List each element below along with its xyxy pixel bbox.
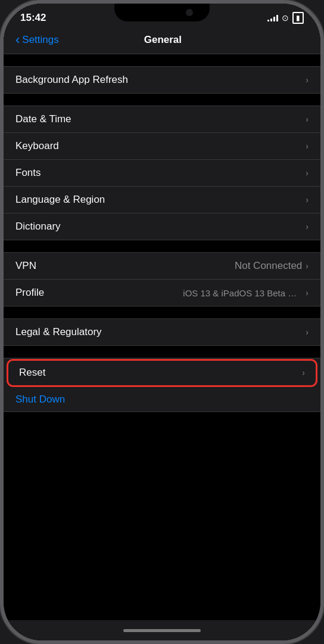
chevron-icon: › [306,261,309,271]
language-region-label: Language & Region [15,194,306,206]
keyboard-label: Keyboard [15,140,306,152]
phone-frame: 15:42 ⊙ ▮ ‹ Settings General [0,0,324,644]
date-time-label: Date & Time [15,113,306,125]
chevron-icon: › [306,288,309,298]
reset-label: Reset [19,367,302,379]
row-profile[interactable]: Profile iOS 13 & iPadOS 13 Beta Soft... … [4,280,320,306]
vpn-value: Not Connected [235,260,302,272]
wifi-icon: ⊙ [282,13,289,23]
row-language-region[interactable]: Language & Region › [4,187,320,213]
screen: 15:42 ⊙ ▮ ‹ Settings General [4,4,320,640]
vpn-label: VPN [15,260,235,272]
fonts-label: Fonts [15,167,306,179]
home-bar [123,629,201,632]
dictionary-label: Dictionary [15,221,306,233]
settings-content: Background App Refresh › Date & Time › K… [4,54,320,620]
back-button[interactable]: ‹ Settings [15,32,59,48]
shutdown-label: Shut Down [15,394,65,405]
row-legal[interactable]: Legal & Regulatory › [4,319,320,345]
row-shutdown[interactable]: Shut Down [4,388,320,411]
settings-group-4: Legal & Regulatory › [4,318,320,346]
signal-icon [267,14,278,21]
row-vpn[interactable]: VPN Not Connected › [4,253,320,280]
chevron-icon: › [306,195,309,205]
nav-bar: ‹ Settings General [4,27,320,54]
settings-group-5: Reset › Shut Down [4,358,320,412]
home-indicator-area [4,620,320,640]
profile-label: Profile [15,287,183,299]
status-time: 15:42 [20,12,46,24]
row-bg-app-refresh[interactable]: Background App Refresh › [4,67,320,93]
status-icons: ⊙ ▮ [267,12,304,24]
notch [114,4,210,21]
back-label: Settings [22,34,58,46]
camera [186,9,193,16]
row-date-time[interactable]: Date & Time › [4,106,320,133]
chevron-icon: › [306,114,309,124]
bg-app-refresh-label: Background App Refresh [15,74,306,86]
chevron-icon: › [306,141,309,151]
legal-label: Legal & Regulatory [15,326,306,338]
row-dictionary[interactable]: Dictionary › [4,213,320,240]
battery-icon: ▮ [292,12,304,24]
profile-value: iOS 13 & iPadOS 13 Beta Soft... [183,288,302,298]
settings-group-1: Background App Refresh › [4,66,320,94]
row-fonts[interactable]: Fonts › [4,160,320,187]
chevron-icon: › [306,75,309,85]
chevron-icon: › [302,368,305,377]
row-keyboard[interactable]: Keyboard › [4,133,320,160]
settings-group-3: VPN Not Connected › Profile iOS 13 & iPa… [4,252,320,306]
chevron-icon: › [306,168,309,178]
chevron-icon: › [306,222,309,231]
page-title: General [59,34,267,46]
row-reset[interactable]: Reset › [7,360,317,386]
back-chevron-icon: ‹ [15,32,20,48]
settings-group-2: Date & Time › Keyboard › Fonts › Languag… [4,106,320,240]
chevron-icon: › [306,327,309,337]
